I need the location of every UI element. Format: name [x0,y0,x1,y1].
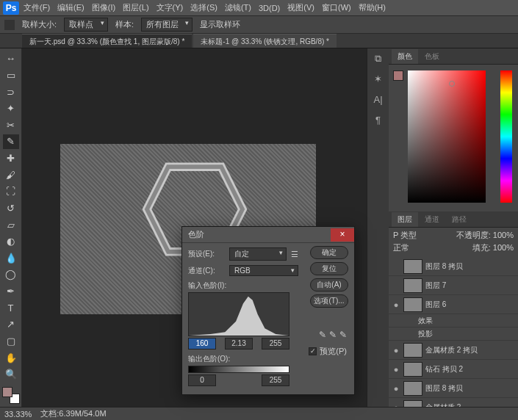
layer-name[interactable]: 金属材质 2 拷贝 [425,345,515,355]
doc-tab-1[interactable]: 未标题-1 @ 33.3% (铁锈文理, RGB/8) * [193,34,337,48]
layer-row[interactable]: ●图层 8 拷贝 [389,379,518,398]
brush-panel-icon[interactable]: ✶ [372,73,385,85]
hue-slider[interactable] [500,70,512,203]
visibility-icon[interactable]: ● [392,365,400,374]
menu-view[interactable]: 视图(V) [287,2,314,13]
layer-thumbnail[interactable] [403,278,422,293]
zoom-level[interactable]: 33.33% [4,410,32,419]
move-tool-icon[interactable]: ↔ [3,51,19,66]
black-eyedropper-icon[interactable]: ✎ [319,330,326,340]
eyedropper-tool-icon[interactable]: ✎ [3,134,19,149]
menu-3d[interactable]: 3D(D) [259,4,280,12]
gray-eyedropper-icon[interactable]: ✎ [329,330,337,340]
eraser-tool-icon[interactable]: ▱ [3,217,19,232]
menu-help[interactable]: 帮助(H) [359,2,386,13]
swatches-tab[interactable]: 色板 [419,49,445,64]
visibility-icon[interactable]: ● [392,346,400,355]
gradient-tool-icon[interactable]: ◐ [3,234,19,249]
menu-layer[interactable]: 图层(L) [123,2,148,13]
visibility-icon[interactable]: ● [392,300,400,309]
ok-button[interactable]: 确定 [310,246,348,259]
layer-thumbnail[interactable] [403,362,422,377]
para-panel-icon[interactable]: ¶ [372,115,385,126]
preset-select[interactable]: 自定 [229,247,287,261]
visibility-icon[interactable]: ● [392,384,400,393]
layer-row[interactable]: ●金属材质 2 拷贝 [389,341,518,360]
doc-tab-0[interactable]: 新一天.psd @ 33.3% (颜色查找 1, 图层蒙版/8) * [22,34,192,48]
white-eyedropper-icon[interactable]: ✎ [339,330,347,340]
preset-label: 预设(E): [188,249,225,259]
menu-window[interactable]: 窗口(W) [322,2,351,13]
layer-thumbnail[interactable] [403,259,422,274]
status-bar: 33.33% 文档:6.39M/54.0M [0,407,518,420]
layer-row[interactable]: ●钻石 拷贝 2 [389,360,518,379]
close-icon[interactable]: × [331,228,354,242]
gamma-input[interactable]: 2.13 [225,338,253,350]
brush-tool-icon[interactable]: 🖌 [3,167,19,182]
paths-tab[interactable]: 路径 [446,212,472,227]
menu-edit[interactable]: 编辑(E) [57,2,84,13]
output-gradient[interactable] [188,366,289,373]
current-color-swatch[interactable] [393,70,403,81]
white-point-input[interactable]: 255 [262,338,289,350]
menu-filter[interactable]: 滤镜(T) [225,2,251,13]
menu-type[interactable]: 文字(Y) [157,2,184,13]
layer-thumbnail[interactable] [403,400,422,408]
sample-size-select[interactable]: 取样点 [64,18,108,32]
preset-menu-icon[interactable]: ☰ [291,250,298,259]
shape-tool-icon[interactable]: ▢ [3,334,19,349]
channel-label: 通道(C): [188,266,225,276]
wand-tool-icon[interactable]: ✦ [3,101,19,116]
black-point-input[interactable]: 160 [188,338,216,350]
type-tool-icon[interactable]: T [3,300,19,315]
layer-row[interactable]: 图层 7 [389,276,518,295]
menu-image[interactable]: 图像(I) [92,2,115,13]
right-panels: 颜色 色板 图层 通道 路径 P 类型不透明度: 100% 正常填充: 100%… [389,48,518,407]
char-panel-icon[interactable]: A| [372,94,385,106]
menu-select[interactable]: 选择(S) [190,2,217,13]
layer-name[interactable]: 图层 7 [425,280,515,291]
output-white-input[interactable]: 255 [262,374,289,386]
preview-checkbox[interactable]: ✓预览(P) [309,346,347,357]
lasso-tool-icon[interactable]: ⊃ [3,84,19,99]
history-panel-icon[interactable]: ⧉ [372,53,385,65]
layer-thumbnail[interactable] [403,381,422,396]
tool-preset-icon[interactable] [4,20,15,30]
options-button[interactable]: 选项(T)... [310,294,348,308]
auto-button[interactable]: 自动(A) [310,278,348,292]
layer-row[interactable]: ●图层 6 [389,295,518,314]
color-tab[interactable]: 颜色 [392,49,418,64]
crop-tool-icon[interactable]: ✂ [3,118,19,133]
menu-file[interactable]: 文件(F) [24,2,50,13]
dodge-tool-icon[interactable]: ◯ [3,267,19,282]
channels-tab[interactable]: 通道 [419,212,445,227]
blur-tool-icon[interactable]: 💧 [3,251,19,266]
layer-thumbnail[interactable] [403,297,422,312]
reset-button[interactable]: 复位 [310,262,348,275]
sample-select[interactable]: 所有图层 [141,18,193,32]
layers-tab[interactable]: 图层 [392,212,418,227]
layer-name[interactable]: 钻石 拷贝 2 [425,364,515,374]
layer-thumbnail[interactable] [403,343,422,358]
layer-row[interactable]: ●金属材质 2 [389,398,518,407]
channel-select[interactable]: RGB [229,265,298,276]
output-black-input[interactable]: 0 [188,374,216,386]
layer-row[interactable]: 图层 8 拷贝 [389,257,518,276]
show-ring-checkbox[interactable]: 显示取样环 [200,19,240,30]
marquee-tool-icon[interactable]: ▭ [3,68,19,83]
color-swatches[interactable] [2,387,20,405]
layer-name[interactable]: 图层 6 [425,300,515,310]
stamp-tool-icon[interactable]: ⛶ [3,184,19,199]
layer-name[interactable]: 图层 8 拷贝 [425,261,515,272]
histogram[interactable] [188,292,289,336]
pen-tool-icon[interactable]: ✒ [3,284,19,299]
layer-list[interactable]: 图层 8 拷贝图层 7●图层 6效果投影●金属材质 2 拷贝●钻石 拷贝 2●图… [389,257,518,407]
hand-tool-icon[interactable]: ✋ [3,350,19,365]
history-brush-icon[interactable]: ↺ [3,201,19,216]
heal-tool-icon[interactable]: ✚ [3,151,19,166]
color-field[interactable] [408,70,486,203]
zoom-tool-icon[interactable]: 🔍 [3,367,19,382]
layer-name[interactable]: 图层 8 拷贝 [425,383,515,394]
path-tool-icon[interactable]: ↗ [3,317,19,332]
color-picker[interactable] [389,65,518,211]
